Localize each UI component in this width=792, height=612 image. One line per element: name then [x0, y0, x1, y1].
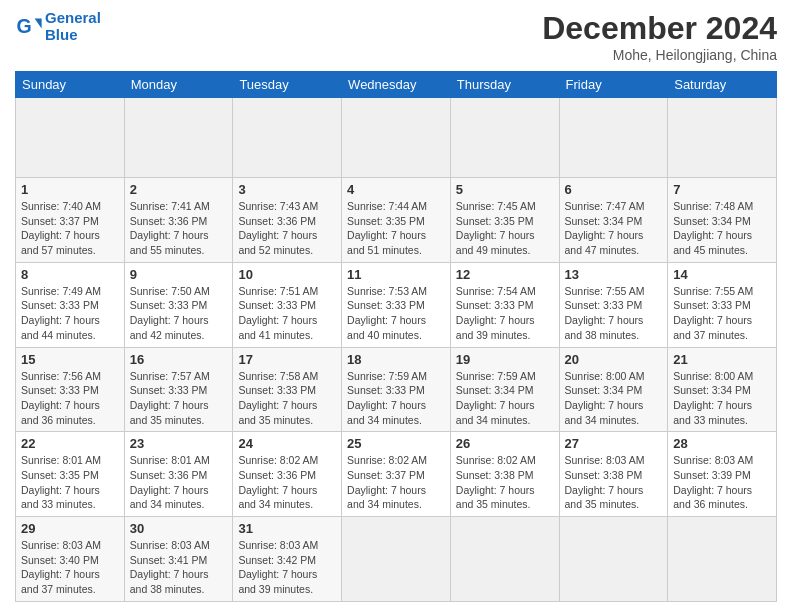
calendar-cell	[559, 517, 668, 602]
calendar-cell: 19 Sunrise: 7:59 AMSunset: 3:34 PMDaylig…	[450, 347, 559, 432]
day-detail: Sunrise: 7:44 AMSunset: 3:35 PMDaylight:…	[347, 199, 445, 258]
day-number: 22	[21, 436, 119, 451]
day-number: 30	[130, 521, 228, 536]
day-detail: Sunrise: 7:48 AMSunset: 3:34 PMDaylight:…	[673, 199, 771, 258]
calendar-cell: 16 Sunrise: 7:57 AMSunset: 3:33 PMDaylig…	[124, 347, 233, 432]
day-number: 21	[673, 352, 771, 367]
calendar-cell: 25 Sunrise: 8:02 AMSunset: 3:37 PMDaylig…	[342, 432, 451, 517]
calendar-cell: 12 Sunrise: 7:54 AMSunset: 3:33 PMDaylig…	[450, 262, 559, 347]
weekday-header-friday: Friday	[559, 72, 668, 98]
calendar-cell: 2 Sunrise: 7:41 AMSunset: 3:36 PMDayligh…	[124, 178, 233, 263]
day-number: 29	[21, 521, 119, 536]
calendar-cell: 8 Sunrise: 7:49 AMSunset: 3:33 PMDayligh…	[16, 262, 125, 347]
calendar-cell: 15 Sunrise: 7:56 AMSunset: 3:33 PMDaylig…	[16, 347, 125, 432]
day-number: 14	[673, 267, 771, 282]
calendar-cell	[450, 98, 559, 178]
logo-icon: G	[15, 13, 43, 41]
calendar-cell	[342, 98, 451, 178]
day-detail: Sunrise: 8:02 AMSunset: 3:37 PMDaylight:…	[347, 453, 445, 512]
weekday-header-sunday: Sunday	[16, 72, 125, 98]
day-detail: Sunrise: 7:59 AMSunset: 3:34 PMDaylight:…	[456, 369, 554, 428]
calendar-cell: 7 Sunrise: 7:48 AMSunset: 3:34 PMDayligh…	[668, 178, 777, 263]
day-detail: Sunrise: 7:45 AMSunset: 3:35 PMDaylight:…	[456, 199, 554, 258]
day-detail: Sunrise: 7:53 AMSunset: 3:33 PMDaylight:…	[347, 284, 445, 343]
day-number: 20	[565, 352, 663, 367]
day-detail: Sunrise: 7:54 AMSunset: 3:33 PMDaylight:…	[456, 284, 554, 343]
day-detail: Sunrise: 8:00 AMSunset: 3:34 PMDaylight:…	[673, 369, 771, 428]
calendar-cell	[668, 517, 777, 602]
day-number: 9	[130, 267, 228, 282]
day-number: 18	[347, 352, 445, 367]
day-detail: Sunrise: 7:43 AMSunset: 3:36 PMDaylight:…	[238, 199, 336, 258]
day-detail: Sunrise: 7:55 AMSunset: 3:33 PMDaylight:…	[565, 284, 663, 343]
location: Mohe, Heilongjiang, China	[542, 47, 777, 63]
day-detail: Sunrise: 8:02 AMSunset: 3:38 PMDaylight:…	[456, 453, 554, 512]
day-detail: Sunrise: 7:55 AMSunset: 3:33 PMDaylight:…	[673, 284, 771, 343]
calendar-cell: 4 Sunrise: 7:44 AMSunset: 3:35 PMDayligh…	[342, 178, 451, 263]
day-number: 31	[238, 521, 336, 536]
weekday-header-thursday: Thursday	[450, 72, 559, 98]
calendar-cell: 14 Sunrise: 7:55 AMSunset: 3:33 PMDaylig…	[668, 262, 777, 347]
day-detail: Sunrise: 8:03 AMSunset: 3:41 PMDaylight:…	[130, 538, 228, 597]
weekday-header-monday: Monday	[124, 72, 233, 98]
day-detail: Sunrise: 7:49 AMSunset: 3:33 PMDaylight:…	[21, 284, 119, 343]
title-area: December 2024 Mohe, Heilongjiang, China	[542, 10, 777, 63]
calendar-cell: 9 Sunrise: 7:50 AMSunset: 3:33 PMDayligh…	[124, 262, 233, 347]
day-detail: Sunrise: 7:40 AMSunset: 3:37 PMDaylight:…	[21, 199, 119, 258]
day-detail: Sunrise: 7:59 AMSunset: 3:33 PMDaylight:…	[347, 369, 445, 428]
calendar-cell: 3 Sunrise: 7:43 AMSunset: 3:36 PMDayligh…	[233, 178, 342, 263]
calendar-cell: 22 Sunrise: 8:01 AMSunset: 3:35 PMDaylig…	[16, 432, 125, 517]
day-detail: Sunrise: 7:56 AMSunset: 3:33 PMDaylight:…	[21, 369, 119, 428]
day-number: 12	[456, 267, 554, 282]
calendar-cell	[668, 98, 777, 178]
month-title: December 2024	[542, 10, 777, 47]
calendar-cell	[450, 517, 559, 602]
calendar-cell	[559, 98, 668, 178]
day-number: 8	[21, 267, 119, 282]
weekday-header-wednesday: Wednesday	[342, 72, 451, 98]
day-detail: Sunrise: 7:50 AMSunset: 3:33 PMDaylight:…	[130, 284, 228, 343]
day-detail: Sunrise: 8:03 AMSunset: 3:38 PMDaylight:…	[565, 453, 663, 512]
calendar-cell: 29 Sunrise: 8:03 AMSunset: 3:40 PMDaylig…	[16, 517, 125, 602]
weekday-header-saturday: Saturday	[668, 72, 777, 98]
calendar-cell: 13 Sunrise: 7:55 AMSunset: 3:33 PMDaylig…	[559, 262, 668, 347]
day-number: 1	[21, 182, 119, 197]
day-number: 25	[347, 436, 445, 451]
day-detail: Sunrise: 8:03 AMSunset: 3:42 PMDaylight:…	[238, 538, 336, 597]
calendar-cell: 17 Sunrise: 7:58 AMSunset: 3:33 PMDaylig…	[233, 347, 342, 432]
day-detail: Sunrise: 8:03 AMSunset: 3:39 PMDaylight:…	[673, 453, 771, 512]
day-number: 19	[456, 352, 554, 367]
day-number: 2	[130, 182, 228, 197]
calendar-cell: 26 Sunrise: 8:02 AMSunset: 3:38 PMDaylig…	[450, 432, 559, 517]
day-number: 15	[21, 352, 119, 367]
day-detail: Sunrise: 8:02 AMSunset: 3:36 PMDaylight:…	[238, 453, 336, 512]
page-container: G General Blue December 2024 Mohe, Heilo…	[0, 0, 792, 612]
calendar-cell: 23 Sunrise: 8:01 AMSunset: 3:36 PMDaylig…	[124, 432, 233, 517]
day-detail: Sunrise: 7:47 AMSunset: 3:34 PMDaylight:…	[565, 199, 663, 258]
day-detail: Sunrise: 7:41 AMSunset: 3:36 PMDaylight:…	[130, 199, 228, 258]
day-detail: Sunrise: 8:01 AMSunset: 3:36 PMDaylight:…	[130, 453, 228, 512]
calendar-cell	[124, 98, 233, 178]
day-number: 23	[130, 436, 228, 451]
day-number: 3	[238, 182, 336, 197]
day-number: 24	[238, 436, 336, 451]
day-detail: Sunrise: 8:01 AMSunset: 3:35 PMDaylight:…	[21, 453, 119, 512]
day-detail: Sunrise: 8:00 AMSunset: 3:34 PMDaylight:…	[565, 369, 663, 428]
calendar-cell: 30 Sunrise: 8:03 AMSunset: 3:41 PMDaylig…	[124, 517, 233, 602]
calendar-cell: 28 Sunrise: 8:03 AMSunset: 3:39 PMDaylig…	[668, 432, 777, 517]
calendar-cell: 31 Sunrise: 8:03 AMSunset: 3:42 PMDaylig…	[233, 517, 342, 602]
calendar-table: SundayMondayTuesdayWednesdayThursdayFrid…	[15, 71, 777, 602]
day-number: 6	[565, 182, 663, 197]
calendar-cell: 27 Sunrise: 8:03 AMSunset: 3:38 PMDaylig…	[559, 432, 668, 517]
calendar-cell: 24 Sunrise: 8:02 AMSunset: 3:36 PMDaylig…	[233, 432, 342, 517]
calendar-cell	[233, 98, 342, 178]
calendar-cell: 21 Sunrise: 8:00 AMSunset: 3:34 PMDaylig…	[668, 347, 777, 432]
day-number: 11	[347, 267, 445, 282]
day-detail: Sunrise: 7:57 AMSunset: 3:33 PMDaylight:…	[130, 369, 228, 428]
day-number: 7	[673, 182, 771, 197]
calendar-cell: 20 Sunrise: 8:00 AMSunset: 3:34 PMDaylig…	[559, 347, 668, 432]
day-detail: Sunrise: 7:58 AMSunset: 3:33 PMDaylight:…	[238, 369, 336, 428]
day-number: 17	[238, 352, 336, 367]
calendar-cell: 10 Sunrise: 7:51 AMSunset: 3:33 PMDaylig…	[233, 262, 342, 347]
day-detail: Sunrise: 8:03 AMSunset: 3:40 PMDaylight:…	[21, 538, 119, 597]
